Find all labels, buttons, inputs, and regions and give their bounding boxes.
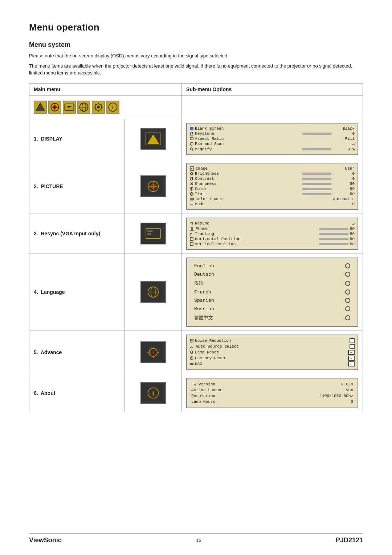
picture-submenu-cell: Image User Brightness 0 (182, 159, 363, 214)
language-menu-icon (77, 101, 90, 114)
mode-val: 0 (333, 202, 355, 206)
description-2: The menu items are available when the pr… (29, 62, 363, 77)
svg-point-75 (191, 351, 193, 353)
adv-noise-row: Noise Reduction (190, 338, 355, 343)
about-label: About (41, 390, 55, 396)
factory-enter: ↵ (348, 356, 355, 361)
picture-colorspace-label: Color Space (190, 197, 222, 201)
display-submenu-cell: Blank Screen Black Keystone 0 (182, 119, 363, 159)
display-blank-label: Blank Screen (190, 126, 224, 131)
magnify-text: Magnify (195, 147, 212, 151)
picture-tint-row: Tint 50 (190, 192, 355, 196)
image-text: Image (196, 166, 208, 171)
display-pan-label: Pan and Scan (190, 142, 224, 146)
resync-label-cell: 3. Resync (VGA Input only) (29, 214, 125, 254)
about-fw-label: FW Version (191, 382, 215, 386)
vpos-row: Vertical Position 50 (190, 242, 355, 246)
svg-rect-26 (190, 138, 193, 140)
resync-thumb (140, 223, 166, 244)
magnify-bar (302, 148, 331, 150)
svg-rect-57 (190, 227, 191, 231)
language-thumb (140, 281, 166, 303)
phase-icon (190, 227, 194, 231)
picture-brightness-label: Brightness (190, 171, 219, 176)
advance-thumb (140, 341, 166, 363)
magnify-icon (190, 147, 193, 151)
aspect-text: Aspect Ratio (195, 137, 224, 141)
lang-spanish-radio (345, 298, 350, 303)
svg-rect-62 (190, 243, 193, 246)
adv-hsg-row: HSG ↵ (190, 361, 355, 366)
language-number: 4. (34, 289, 38, 295)
display-menu-icon (34, 101, 47, 114)
display-thumb (140, 128, 166, 150)
about-number: 6. (34, 390, 38, 396)
auto-icon: ww (190, 345, 194, 348)
svg-line-19 (101, 104, 102, 105)
svg-line-17 (95, 104, 96, 105)
aspect-icon (190, 137, 193, 141)
table-row-display: 1. DISPLAY (29, 119, 363, 159)
picture-thumb-cell (124, 159, 182, 214)
noise-text: Noise Reduction (195, 339, 231, 343)
adv-hsg-label-grp: HSG (190, 362, 202, 366)
phase-text: Phase (196, 227, 208, 231)
col-main-menu: Main menu (29, 83, 182, 95)
tint-text: Tint (195, 192, 204, 196)
hpos-row: Horizontal Position 50 (190, 237, 355, 241)
tint-val: 50 (333, 192, 355, 196)
picture-menu-icon (48, 101, 61, 114)
mode-text: Mode (195, 202, 204, 206)
section-title: Menu system (29, 41, 363, 49)
page-title: Menu operation (29, 22, 363, 33)
svg-rect-61 (190, 238, 193, 240)
about-source-val: VGA (346, 388, 353, 392)
adv-factory-row: Factory Reset ↵ (190, 356, 355, 361)
lang-french-radio (345, 289, 350, 295)
picture-contrast-label: Contrast (190, 177, 214, 181)
sharpness-control: 50 (302, 182, 355, 186)
contrast-text: Contrast (195, 177, 214, 181)
svg-point-67 (152, 351, 155, 354)
picture-label: PICTURE (41, 183, 63, 189)
color-bar (302, 188, 331, 190)
picture-colorspace-row: Color Space Automatic (190, 197, 355, 201)
svg-rect-55 (147, 233, 151, 235)
language-label-cell: 4. Language (29, 254, 125, 331)
blank-screen-val: Black (333, 126, 355, 131)
picture-tint-label: Tint (190, 192, 204, 196)
display-aspect-label: Aspect Ratio (190, 137, 224, 141)
keystone-val: 0 (333, 131, 355, 136)
resync-text: Resync (195, 221, 209, 226)
table-row-about: 6. About i FW Version 0. (29, 374, 363, 412)
lang-deutsch: Deutsch (194, 270, 350, 279)
icon-strip-cell: i (29, 95, 182, 119)
advance-number: 5. (34, 349, 38, 355)
contrast-val: 0 (333, 177, 355, 181)
keystone-bar (302, 133, 331, 135)
display-osd-box: Blank Screen Black Keystone 0 (186, 123, 358, 155)
resync-submenu-cell: Resync ↵ Phase 50 (182, 214, 363, 254)
colorspace-val: Automatic (333, 197, 355, 201)
hpos-text: Horizontal Position (195, 237, 240, 241)
lang-trad-chinese-text: 繁體中文 (194, 315, 213, 321)
adv-auto-label-grp: ww Auto Source Select (190, 344, 239, 349)
tint-control: 50 (302, 192, 355, 196)
about-submenu-cell: FW Version 0.0.0 Active Source VGA Resol… (182, 374, 363, 412)
lang-spanish: Spanish (194, 296, 350, 305)
noise-check (350, 338, 355, 343)
picture-mode-label: Mode (190, 202, 204, 206)
phase-val: 50 (350, 227, 355, 231)
resync-thumb-cell (124, 214, 182, 254)
phase-bar (319, 228, 348, 230)
about-lamp-val: 0 (351, 400, 353, 404)
tint-icon (190, 192, 193, 196)
submenu-header-empty (182, 95, 363, 119)
display-pan-row: Pan and Scan ↵ (190, 142, 355, 146)
picture-number: 2. (34, 183, 38, 189)
picture-sharpness-label: Sharpness (190, 182, 216, 186)
page-footer: ViewSonic 16 PJD2121 (29, 533, 363, 544)
about-source-label: Active Source (191, 388, 222, 392)
menu-icon-strip: i (34, 101, 177, 114)
sharpness-bar (302, 183, 331, 185)
